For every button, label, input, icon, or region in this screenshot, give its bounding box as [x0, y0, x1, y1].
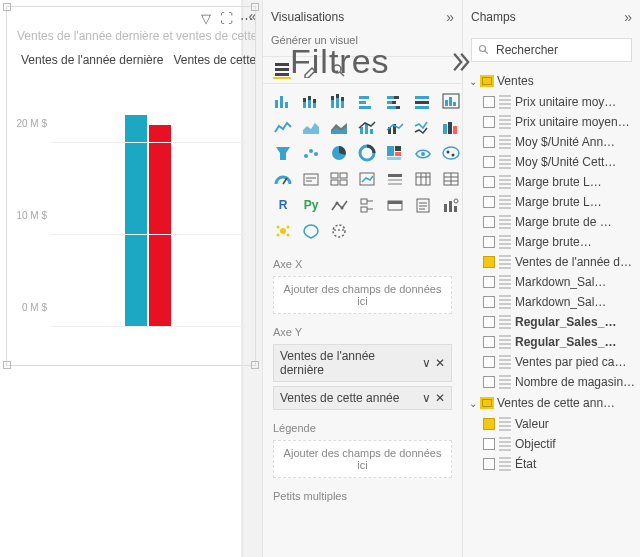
- fields-search-input[interactable]: Rechercher: [471, 38, 632, 62]
- viz-type-button[interactable]: [355, 168, 379, 190]
- field-node[interactable]: Prix unitaire moy…: [467, 92, 636, 112]
- viz-type-button[interactable]: [355, 90, 379, 112]
- field-node[interactable]: Ventes de l'année d…: [467, 252, 636, 272]
- field-node[interactable]: Regular_Sales_…: [467, 332, 636, 352]
- viz-type-button[interactable]: [411, 194, 435, 216]
- viz-type-button[interactable]: [327, 194, 351, 216]
- table-node[interactable]: ⌄Ventes de cette ann…: [467, 392, 636, 414]
- field-node[interactable]: Regular_Sales_…: [467, 312, 636, 332]
- format-tab[interactable]: [301, 61, 319, 79]
- field-node[interactable]: État: [467, 454, 636, 474]
- viz-type-button[interactable]: [327, 142, 351, 164]
- field-checkbox[interactable]: [483, 336, 495, 348]
- field-checkbox[interactable]: [483, 136, 495, 148]
- focus-mode-icon[interactable]: ⛶: [219, 11, 233, 25]
- axis-x-field-well[interactable]: Ajouter des champs de données ici: [273, 276, 452, 314]
- chip-remove-icon[interactable]: ✕: [435, 356, 445, 370]
- collapse-fields-icon[interactable]: »: [624, 9, 632, 25]
- field-checkbox[interactable]: [483, 438, 495, 450]
- field-checkbox[interactable]: [483, 116, 495, 128]
- viz-type-button[interactable]: [355, 116, 379, 138]
- viz-type-button[interactable]: [439, 90, 463, 112]
- viz-type-button[interactable]: [327, 168, 351, 190]
- viz-type-button[interactable]: [355, 194, 379, 216]
- field-node[interactable]: Marge brute de …: [467, 212, 636, 232]
- field-node[interactable]: Marge brute…: [467, 232, 636, 252]
- analytics-tab[interactable]: [329, 61, 347, 79]
- fields-tab[interactable]: [273, 61, 291, 79]
- field-checkbox[interactable]: [483, 458, 495, 470]
- viz-type-button[interactable]: [299, 116, 323, 138]
- field-checkbox[interactable]: [483, 96, 495, 108]
- viz-type-button[interactable]: [327, 116, 351, 138]
- field-checkbox[interactable]: [483, 376, 495, 388]
- viz-type-button[interactable]: [299, 220, 323, 242]
- field-checkbox[interactable]: [483, 156, 495, 168]
- viz-type-button[interactable]: [439, 142, 463, 164]
- viz-type-button[interactable]: [411, 90, 435, 112]
- field-checkbox[interactable]: [483, 176, 495, 188]
- viz-type-button[interactable]: [271, 168, 295, 190]
- field-node[interactable]: Nombre de magasin…: [467, 372, 636, 392]
- viz-type-button[interactable]: [299, 142, 323, 164]
- chip-remove-icon[interactable]: ✕: [435, 391, 445, 405]
- field-node[interactable]: Markdown_Sal…: [467, 292, 636, 312]
- viz-type-button[interactable]: [439, 168, 463, 190]
- bar-series-1[interactable]: [125, 115, 147, 327]
- viz-type-button[interactable]: [383, 168, 407, 190]
- viz-type-button[interactable]: [299, 90, 323, 112]
- field-node[interactable]: Marge brute L…: [467, 172, 636, 192]
- viz-type-button[interactable]: [411, 142, 435, 164]
- field-checkbox[interactable]: [483, 256, 495, 268]
- viz-type-button[interactable]: [411, 168, 435, 190]
- field-node[interactable]: Marge brute L…: [467, 192, 636, 212]
- resize-handle-se[interactable]: [251, 361, 259, 369]
- field-node[interactable]: Prix unitaire moyen…: [467, 112, 636, 132]
- collapse-visualizations-icon[interactable]: »: [446, 9, 454, 25]
- field-checkbox[interactable]: [483, 296, 495, 308]
- legend-field-well[interactable]: Ajouter des champs de données ici: [273, 440, 452, 478]
- viz-type-button[interactable]: [411, 116, 435, 138]
- resize-handle-nw[interactable]: [3, 3, 11, 11]
- report-canvas[interactable]: ▽ ⛶ ⋯ Ventes de l'année dernière et vent…: [0, 0, 242, 557]
- viz-type-button[interactable]: [271, 90, 295, 112]
- field-checkbox[interactable]: [483, 418, 495, 430]
- viz-type-button[interactable]: [271, 220, 295, 242]
- viz-type-button[interactable]: R: [271, 194, 295, 216]
- viz-type-button[interactable]: [271, 116, 295, 138]
- field-node[interactable]: Valeur: [467, 414, 636, 434]
- viz-type-button[interactable]: [439, 194, 463, 216]
- viz-type-button[interactable]: [383, 116, 407, 138]
- field-checkbox[interactable]: [483, 216, 495, 228]
- viz-type-button[interactable]: Py: [299, 194, 323, 216]
- axis-y-chip-1[interactable]: Ventes de l'année dernière ∨✕: [273, 344, 452, 382]
- viz-type-button[interactable]: [383, 194, 407, 216]
- field-checkbox[interactable]: [483, 236, 495, 248]
- viz-type-button[interactable]: [271, 142, 295, 164]
- viz-type-button[interactable]: [383, 142, 407, 164]
- chart-visual[interactable]: ▽ ⛶ ⋯ Ventes de l'année dernière et vent…: [6, 6, 256, 366]
- viz-type-button[interactable]: [439, 116, 463, 138]
- more-options-icon[interactable]: ⋯: [239, 11, 253, 25]
- field-checkbox[interactable]: [483, 276, 495, 288]
- field-checkbox[interactable]: [483, 356, 495, 368]
- axis-y-chip-2[interactable]: Ventes de cette année ∨✕: [273, 386, 452, 410]
- field-node[interactable]: Ventes par pied ca…: [467, 352, 636, 372]
- viz-type-button[interactable]: [383, 90, 407, 112]
- viz-type-button[interactable]: [327, 90, 351, 112]
- chip-menu-icon[interactable]: ∨: [422, 356, 431, 370]
- field-node[interactable]: Markdown_Sal…: [467, 272, 636, 292]
- viz-type-button[interactable]: [355, 142, 379, 164]
- field-node[interactable]: Moy $/Unité Ann…: [467, 132, 636, 152]
- field-node[interactable]: Objectif: [467, 434, 636, 454]
- table-node[interactable]: ⌄Ventes: [467, 70, 636, 92]
- visual-filter-icon[interactable]: ▽: [199, 11, 213, 25]
- chip-menu-icon[interactable]: ∨: [422, 391, 431, 405]
- field-checkbox[interactable]: [483, 196, 495, 208]
- bar-series-2[interactable]: [149, 125, 171, 327]
- resize-handle-sw[interactable]: [3, 361, 11, 369]
- viz-type-button[interactable]: [299, 168, 323, 190]
- field-checkbox[interactable]: [483, 316, 495, 328]
- viz-type-button[interactable]: ⋯: [327, 220, 351, 242]
- field-node[interactable]: Moy $/Unité Cett…: [467, 152, 636, 172]
